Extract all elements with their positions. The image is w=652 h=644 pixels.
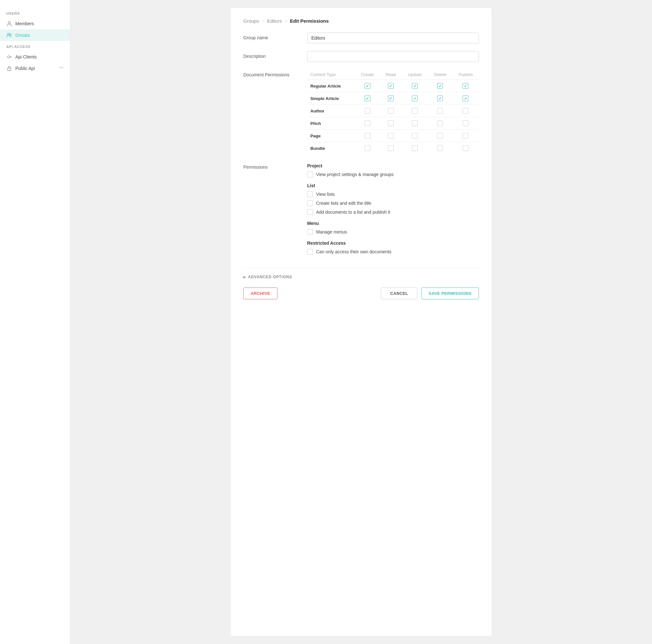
checkbox-simple-article-read[interactable] (388, 96, 394, 101)
sidebar-item-members[interactable]: Members (0, 18, 70, 29)
perm-checkbox-view-project-settings[interactable] (307, 172, 313, 177)
perm-label-create-lists: Create lists and edit the title (316, 201, 371, 206)
perm-checkbox-manage-menus[interactable] (307, 229, 313, 235)
svg-point-2 (9, 33, 11, 35)
checkbox-regular-article-update[interactable] (412, 83, 418, 89)
checkbox-author-delete[interactable] (437, 108, 443, 114)
checkbox-bundle-read[interactable] (388, 145, 394, 151)
group-name-row: Group name (243, 32, 479, 44)
person-icon (6, 21, 12, 27)
checkbox-simple-article-delete[interactable] (437, 96, 443, 101)
checkbox-page-update[interactable] (412, 133, 418, 139)
perm-section-title-restricted-access: Restricted Access (307, 240, 479, 246)
checkbox-regular-article-publish[interactable] (463, 83, 468, 89)
table-row: Simple Article (307, 92, 479, 105)
breadcrumb-arrow-1: → (261, 19, 265, 23)
perm-option-manage-menus: Manage menus (307, 229, 479, 235)
breadcrumb-editors[interactable]: Editors (267, 18, 282, 24)
checkbox-page-read[interactable] (388, 133, 394, 139)
checkbox-pitch-create[interactable] (364, 121, 371, 126)
perm-option-view-lists: View lists (307, 191, 479, 197)
svg-rect-4 (8, 68, 11, 71)
lock-icon (6, 66, 12, 71)
checkbox-pitch-publish[interactable] (463, 121, 468, 126)
col-content-type: Content Type (307, 70, 355, 80)
checkbox-bundle-create[interactable] (364, 145, 371, 151)
doc-permissions-label: Document Permissions (243, 70, 307, 77)
perm-checkbox-view-lists[interactable] (307, 191, 313, 197)
checkbox-simple-article-update[interactable] (412, 96, 418, 101)
perm-checkbox-add-documents[interactable] (307, 209, 313, 215)
description-control (307, 51, 479, 62)
perm-checkbox-own-documents[interactable] (307, 249, 313, 255)
link-icon (59, 66, 63, 71)
col-update: Update (402, 70, 428, 80)
description-input[interactable] (307, 51, 479, 62)
row-name-2: Author (307, 105, 355, 117)
checkbox-pitch-delete[interactable] (437, 121, 443, 126)
svg-point-1 (7, 33, 9, 35)
sidebar-item-groups-label: Groups (15, 32, 30, 38)
main-content: Groups → Editors → Edit Permissions Grou… (70, 0, 652, 644)
row-name-1: Simple Article (307, 92, 355, 105)
edit-permissions-card: Groups → Editors → Edit Permissions Grou… (230, 8, 492, 636)
perm-section-list: ListView listsCreate lists and edit the … (307, 183, 479, 215)
perm-section-title-list: List (307, 183, 479, 188)
chevron-right-icon: ▶ (243, 275, 246, 279)
group-name-label: Group name (243, 32, 307, 40)
doc-permissions-control: Content Type Create Read Update Delete P… (307, 70, 479, 154)
checkbox-bundle-publish[interactable] (463, 145, 468, 151)
checkbox-simple-article-publish[interactable] (463, 96, 468, 101)
perm-label-own-documents: Can only access their own documents (316, 249, 391, 254)
archive-button[interactable]: ARCHIVE (243, 287, 277, 299)
checkbox-regular-article-delete[interactable] (437, 83, 443, 89)
checkbox-page-create[interactable] (364, 133, 371, 139)
checkbox-author-update[interactable] (412, 108, 418, 114)
checkbox-simple-article-create[interactable] (364, 96, 371, 101)
col-publish: Publish (453, 70, 479, 80)
sidebar-item-public-api[interactable]: Public Api (0, 62, 70, 74)
description-row: Description (243, 51, 479, 62)
checkbox-pitch-read[interactable] (388, 121, 394, 126)
perm-option-create-lists: Create lists and edit the title (307, 200, 479, 206)
group-name-input[interactable] (307, 32, 479, 44)
checkbox-bundle-delete[interactable] (437, 145, 443, 151)
row-name-5: Bundle (307, 142, 355, 155)
sidebar-item-api-clients-label: Api Clients (15, 54, 37, 59)
sidebar-item-api-clients[interactable]: Api Clients (0, 51, 70, 62)
key-icon (6, 54, 12, 60)
sidebar: USERS Members Groups API ACCESS (0, 0, 70, 644)
sidebar-section-api: API ACCESS (0, 45, 70, 51)
group-icon (6, 32, 12, 38)
advanced-options-toggle[interactable]: ▶ ADVANCED OPTIONS (243, 271, 479, 285)
checkbox-pitch-update[interactable] (412, 121, 418, 126)
save-permissions-button[interactable]: SAVE PERMISSIONS (421, 287, 479, 299)
breadcrumb-current: Edit Permissions (290, 18, 329, 24)
cancel-button[interactable]: CANCEL (381, 287, 418, 299)
checkbox-author-read[interactable] (388, 108, 394, 114)
row-name-0: Regular Article (307, 80, 355, 92)
checkbox-page-publish[interactable] (463, 133, 468, 139)
checkbox-regular-article-read[interactable] (388, 83, 394, 89)
advanced-options-label: ADVANCED OPTIONS (248, 275, 292, 279)
perm-section-menu: MenuManage menus (307, 221, 479, 235)
table-row: Regular Article (307, 80, 479, 92)
perm-section-restricted-access: Restricted AccessCan only access their o… (307, 240, 479, 255)
checkbox-author-create[interactable] (364, 108, 371, 114)
perm-label-add-documents: Add documents to a list and publish it (316, 210, 390, 215)
sidebar-section-users: USERS (0, 11, 70, 18)
footer-actions: ARCHIVE CANCEL SAVE PERMISSIONS (243, 287, 479, 299)
checkbox-regular-article-create[interactable] (364, 83, 371, 89)
checkbox-bundle-update[interactable] (412, 145, 418, 151)
checkbox-author-publish[interactable] (463, 108, 468, 114)
perm-checkbox-create-lists[interactable] (307, 200, 313, 206)
checkbox-page-delete[interactable] (437, 133, 443, 139)
perm-section-project: ProjectView project settings & manage gr… (307, 163, 479, 177)
divider (243, 268, 479, 268)
sidebar-item-groups[interactable]: Groups (0, 29, 70, 41)
group-name-control (307, 32, 479, 44)
perm-section-title-menu: Menu (307, 221, 479, 226)
perm-label-manage-menus: Manage menus (316, 229, 347, 234)
breadcrumb-groups[interactable]: Groups (243, 18, 259, 24)
doc-permissions-row: Document Permissions Content Type Create… (243, 70, 479, 154)
